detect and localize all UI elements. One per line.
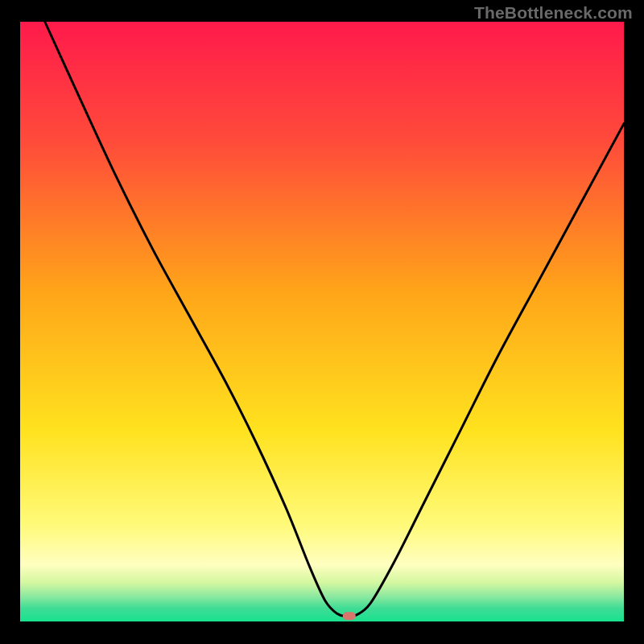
chart-frame: TheBottleneck.com [0, 0, 644, 644]
plot-area [20, 22, 624, 621]
bottleneck-chart [0, 0, 644, 644]
minimum-marker [343, 612, 356, 620]
watermark-text: TheBottleneck.com [474, 3, 633, 23]
